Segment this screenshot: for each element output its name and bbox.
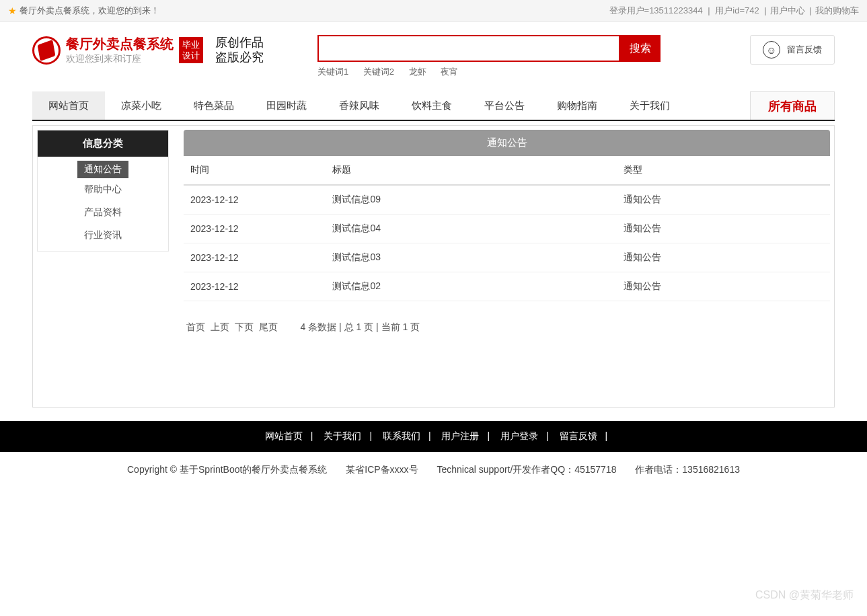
sidebar-item-product[interactable]: 产品资料	[38, 201, 168, 224]
copyright-text: Copyright © 基于SprintBoot的餐厅外卖点餐系统	[127, 464, 327, 475]
icp-text: 某省ICP备xxxx号	[346, 464, 418, 475]
col-time: 时间	[184, 156, 326, 185]
table-header-row: 时间 标题 类型	[184, 156, 830, 185]
cell-title: 测试信息03	[326, 243, 616, 272]
logo-text: 餐厅外卖点餐系统 欢迎您到来和订座	[66, 35, 174, 65]
content: 信息分类 通知公告 帮助中心 产品资料 行业资讯 通知公告 时间 标题 类型 2…	[32, 125, 835, 408]
footer-link[interactable]: 用户注册	[441, 430, 479, 441]
separator: |	[764, 5, 766, 15]
main-panel: 通知公告 时间 标题 类型 2023-12-12测试信息09通知公告2023-1…	[184, 130, 830, 403]
search-button[interactable]: 搜索	[620, 35, 661, 62]
logo-subtitle: 欢迎您到来和订座	[66, 53, 174, 65]
nav-item[interactable]: 饮料主食	[395, 91, 468, 120]
footer-link[interactable]: 留言反馈	[560, 430, 597, 441]
nav-item[interactable]: 关于我们	[613, 91, 686, 120]
cell-title: 测试信息09	[326, 185, 616, 215]
table-row[interactable]: 2023-12-12测试信息02通知公告	[184, 272, 830, 301]
headset-icon: ☺	[763, 41, 780, 59]
pager-next[interactable]: 下页	[235, 321, 254, 332]
cell-time: 2023-12-12	[184, 185, 326, 215]
user-id-label: 用户id=742	[715, 5, 759, 15]
keyword-link[interactable]: 龙虾	[409, 67, 426, 77]
footer-link[interactable]: 用户登录	[500, 430, 538, 441]
sidebar-item-notice[interactable]: 通知公告	[77, 161, 128, 178]
logo-icon	[32, 36, 61, 65]
cell-type: 通知公告	[617, 215, 830, 243]
table-row[interactable]: 2023-12-12测试信息09通知公告	[184, 185, 830, 215]
my-cart-link[interactable]: 我的购物车	[815, 5, 859, 15]
graduation-badge: 毕业 设计	[179, 37, 203, 63]
login-user-label: 登录用户=13511223344	[609, 5, 703, 15]
welcome-text: 餐厅外卖点餐系统，欢迎您的到来！	[20, 5, 159, 17]
cell-time: 2023-12-12	[184, 215, 326, 243]
col-title: 标题	[326, 156, 616, 185]
search-input[interactable]	[317, 35, 620, 62]
pager-prev[interactable]: 上页	[211, 321, 229, 332]
col-type: 类型	[617, 156, 830, 185]
nav-all-goods[interactable]: 所有商品	[750, 91, 835, 120]
keyword-link[interactable]: 夜宵	[441, 67, 458, 77]
logo-title: 餐厅外卖点餐系统	[66, 35, 174, 53]
sidebar-header: 信息分类	[38, 130, 168, 157]
nav-item[interactable]: 香辣风味	[323, 91, 395, 120]
nav-spacer	[686, 91, 750, 120]
sidebar-item-industry[interactable]: 行业资讯	[38, 224, 168, 247]
footer-link[interactable]: 网站首页	[265, 430, 303, 441]
separator: |	[708, 5, 710, 15]
pager-first[interactable]: 首页	[186, 321, 205, 332]
feedback-label: 留言反馈	[787, 44, 822, 56]
slogan: 原创作品 盗版必究	[215, 36, 264, 65]
table-row[interactable]: 2023-12-12测试信息03通知公告	[184, 243, 830, 272]
star-icon: ★	[8, 5, 17, 16]
top-bar: ★ 餐厅外卖点餐系统，欢迎您的到来！ 登录用户=13511223344 | 用户…	[0, 0, 867, 22]
notice-table: 时间 标题 类型 2023-12-12测试信息09通知公告2023-12-12测…	[184, 156, 830, 301]
sidebar: 信息分类 通知公告 帮助中心 产品资料 行业资讯	[37, 130, 169, 252]
cell-title: 测试信息04	[326, 215, 616, 243]
cell-time: 2023-12-12	[184, 243, 326, 272]
nav-home[interactable]: 网站首页	[32, 91, 105, 120]
cell-type: 通知公告	[617, 185, 830, 215]
cell-type: 通知公告	[617, 272, 830, 301]
support-text: Technical support/开发作者QQ：45157718	[437, 464, 617, 475]
pager-info: 4 条数据 | 总 1 页 | 当前 1 页	[300, 321, 420, 332]
nav-item[interactable]: 田园时蔬	[250, 91, 323, 120]
panel-title: 通知公告	[184, 130, 830, 156]
sidebar-item-help[interactable]: 帮助中心	[38, 178, 168, 201]
copyright: Copyright © 基于SprintBoot的餐厅外卖点餐系统 某省ICP备…	[0, 452, 867, 488]
tel-text: 作者电话：13516821613	[635, 464, 740, 475]
footer-link[interactable]: 联系我们	[383, 430, 420, 441]
logo-area[interactable]: 餐厅外卖点餐系统 欢迎您到来和订座 毕业 设计 原创作品 盗版必究	[32, 35, 264, 65]
cell-title: 测试信息02	[326, 272, 616, 301]
user-center-link[interactable]: 用户中心	[770, 5, 805, 15]
search-box: 搜索	[317, 35, 661, 62]
header: 餐厅外卖点餐系统 欢迎您到来和订座 毕业 设计 原创作品 盗版必究 搜索 关键词…	[0, 22, 867, 85]
table-row[interactable]: 2023-12-12测试信息04通知公告	[184, 215, 830, 243]
footer-link[interactable]: 关于我们	[324, 430, 361, 441]
cell-type: 通知公告	[617, 243, 830, 272]
keyword-link[interactable]: 关键词2	[363, 67, 394, 77]
keyword-link[interactable]: 关键词1	[317, 67, 348, 77]
top-left: ★ 餐厅外卖点餐系统，欢迎您的到来！	[8, 5, 159, 17]
pager-last[interactable]: 尾页	[259, 321, 278, 332]
nav-item[interactable]: 购物指南	[541, 91, 613, 120]
keywords: 关键词1 关键词2 龙虾 夜宵	[317, 66, 661, 78]
sidebar-list: 通知公告 帮助中心 产品资料 行业资讯	[38, 157, 168, 251]
nav-item[interactable]: 特色菜品	[178, 91, 250, 120]
nav-item[interactable]: 平台公告	[468, 91, 541, 120]
separator: |	[809, 5, 811, 15]
footer-nav: 网站首页| 关于我们| 联系我们| 用户注册| 用户登录| 留言反馈|	[0, 421, 867, 452]
pager: 首页 上页 下页 尾页 4 条数据 | 总 1 页 | 当前 1 页	[184, 301, 830, 340]
main-nav: 网站首页 凉菜小吃 特色菜品 田园时蔬 香辣风味 饮料主食 平台公告 购物指南 …	[32, 91, 835, 121]
search-area: 搜索 关键词1 关键词2 龙虾 夜宵	[317, 35, 661, 78]
nav-item[interactable]: 凉菜小吃	[105, 91, 178, 120]
cell-time: 2023-12-12	[184, 272, 326, 301]
feedback-button[interactable]: ☺ 留言反馈	[750, 35, 835, 65]
top-right: 登录用户=13511223344 | 用户id=742 | 用户中心 | 我的购…	[608, 5, 859, 17]
